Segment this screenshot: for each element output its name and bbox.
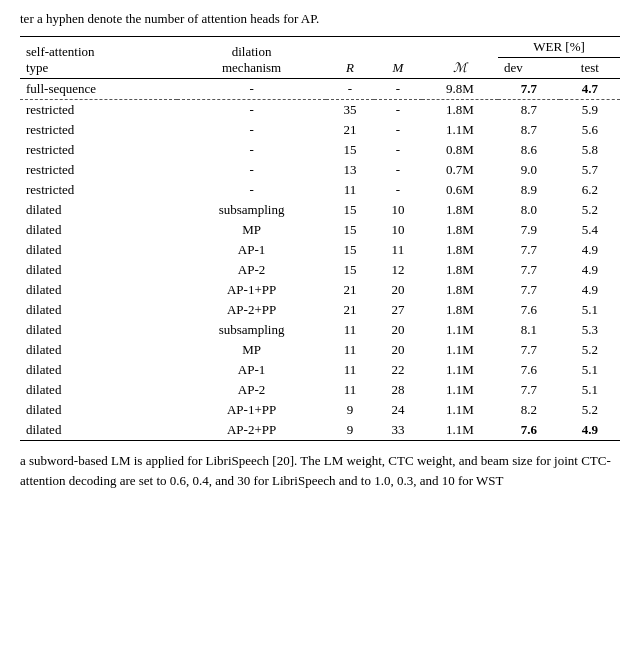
table-cell: AP-1+PP (177, 280, 326, 300)
table-cell: 1.8M (422, 200, 498, 220)
table-cell: 15 (326, 240, 374, 260)
table-cell: AP-2+PP (177, 420, 326, 441)
table-cell: 24 (374, 400, 422, 420)
table-cell: subsampling (177, 200, 326, 220)
table-cell: 33 (374, 420, 422, 441)
table-cell: - (177, 100, 326, 121)
table-cell: 9 (326, 420, 374, 441)
table-cell: dilated (20, 280, 177, 300)
table-cell: 8.0 (498, 200, 560, 220)
table-cell: 20 (374, 340, 422, 360)
table-row: dilatedMP11201.1M7.75.2 (20, 340, 620, 360)
col-header-dilation: dilationmechanism (177, 37, 326, 79)
footer-text: a subword-based LM is applied for LibriS… (20, 451, 620, 490)
table-cell: 8.9 (498, 180, 560, 200)
table-cell: 9 (326, 400, 374, 420)
table-cell: - (374, 79, 422, 100)
table-row: dilatedsubsampling15101.8M8.05.2 (20, 200, 620, 220)
table-cell: 5.1 (560, 380, 620, 400)
table-cell: 15 (326, 220, 374, 240)
table-cell: 8.6 (498, 140, 560, 160)
table-cell: 1.8M (422, 100, 498, 121)
results-table: self-attentiontype dilationmechanism R M… (20, 36, 620, 441)
col-header-M: M (374, 37, 422, 79)
caption: ter a hyphen denote the number of attent… (20, 10, 620, 28)
table-cell: 1.8M (422, 260, 498, 280)
table-row: dilatedAP-2+PP21271.8M7.65.1 (20, 300, 620, 320)
table-row: restricted-35-1.8M8.75.9 (20, 100, 620, 121)
table-cell: 9.0 (498, 160, 560, 180)
table-cell: - (177, 120, 326, 140)
table-cell: 4.9 (560, 260, 620, 280)
table-row: dilatedAP-115111.8M7.74.9 (20, 240, 620, 260)
table-cell: - (374, 160, 422, 180)
table-cell: 35 (326, 100, 374, 121)
table-cell: AP-1 (177, 360, 326, 380)
table-cell: 5.6 (560, 120, 620, 140)
table-cell: AP-2 (177, 260, 326, 280)
table-cell: 1.1M (422, 120, 498, 140)
table-cell: 5.2 (560, 200, 620, 220)
table-cell: 1.8M (422, 280, 498, 300)
table-cell: 1.1M (422, 360, 498, 380)
table-cell: 8.7 (498, 100, 560, 121)
table-cell: - (374, 140, 422, 160)
table-cell: MP (177, 220, 326, 240)
table-cell: 22 (374, 360, 422, 380)
table-cell: 11 (326, 180, 374, 200)
table-cell: 1.1M (422, 400, 498, 420)
table-cell: MP (177, 340, 326, 360)
table-cell: restricted (20, 160, 177, 180)
table-cell: 21 (326, 120, 374, 140)
col-header-wer-group: WER [%] (498, 37, 620, 58)
table-cell: 12 (374, 260, 422, 280)
table-cell: 11 (374, 240, 422, 260)
table-cell: dilated (20, 380, 177, 400)
table-cell: 0.7M (422, 160, 498, 180)
table-cell: AP-1 (177, 240, 326, 260)
table-cell: 9.8M (422, 79, 498, 100)
table-cell: 5.2 (560, 400, 620, 420)
table-cell: 5.1 (560, 300, 620, 320)
table-cell: 5.9 (560, 100, 620, 121)
table-cell: 11 (326, 360, 374, 380)
table-cell: 7.6 (498, 300, 560, 320)
table-cell: - (374, 180, 422, 200)
table-row: restricted-15-0.8M8.65.8 (20, 140, 620, 160)
table-cell: restricted (20, 120, 177, 140)
col-header-dev: dev (498, 58, 560, 79)
table-row: full-sequence---9.8M7.74.7 (20, 79, 620, 100)
table-cell: 0.8M (422, 140, 498, 160)
table-row: dilatedAP-2+PP9331.1M7.64.9 (20, 420, 620, 441)
table-cell: - (177, 180, 326, 200)
table-cell: 4.9 (560, 420, 620, 441)
table-cell: 7.7 (498, 79, 560, 100)
table-cell: 5.2 (560, 340, 620, 360)
table-cell: dilated (20, 320, 177, 340)
table-cell: restricted (20, 180, 177, 200)
table-row: dilatedAP-215121.8M7.74.9 (20, 260, 620, 280)
table-cell: dilated (20, 220, 177, 240)
table-cell: 7.9 (498, 220, 560, 240)
table-row: restricted-21-1.1M8.75.6 (20, 120, 620, 140)
table-cell: 20 (374, 280, 422, 300)
table-cell: 1.1M (422, 320, 498, 340)
table-row: restricted-11-0.6M8.96.2 (20, 180, 620, 200)
table-cell: 5.8 (560, 140, 620, 160)
table-cell: 15 (326, 200, 374, 220)
table-cell: 5.7 (560, 160, 620, 180)
table-cell: 11 (326, 380, 374, 400)
table-cell: 15 (326, 260, 374, 280)
col-header-type: self-attentiontype (20, 37, 177, 79)
table-cell: 6.2 (560, 180, 620, 200)
table-cell: 1.1M (422, 340, 498, 360)
table-cell: 1.1M (422, 420, 498, 441)
table-cell: 27 (374, 300, 422, 320)
table-cell: 7.6 (498, 420, 560, 441)
table-cell: 8.2 (498, 400, 560, 420)
table-cell: 15 (326, 140, 374, 160)
table-cell: full-sequence (20, 79, 177, 100)
table-cell: 7.7 (498, 240, 560, 260)
table-cell: 11 (326, 340, 374, 360)
table-cell: 5.1 (560, 360, 620, 380)
